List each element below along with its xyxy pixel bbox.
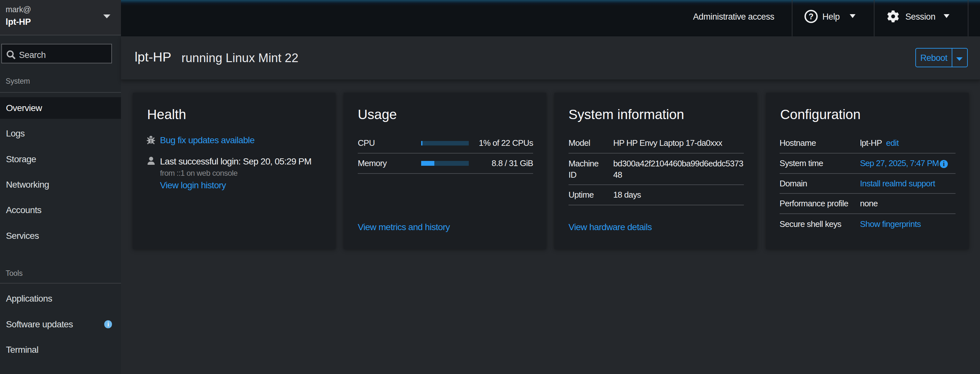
- svg-text:?: ?: [808, 12, 813, 21]
